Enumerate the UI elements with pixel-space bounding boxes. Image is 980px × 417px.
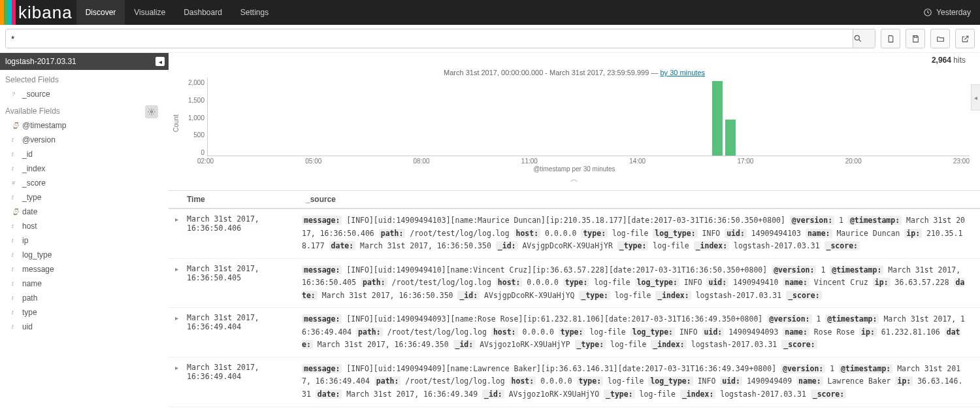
chart-bar[interactable] xyxy=(725,120,736,156)
available-field-logtype[interactable]: tlog_type xyxy=(0,248,169,262)
tab-discover[interactable]: Discover xyxy=(76,0,125,25)
tab-settings[interactable]: Settings xyxy=(231,0,278,25)
available-field-message[interactable]: tmessage xyxy=(0,262,169,276)
sidebar: logstash-2017.03.31 ◂ Selected Fields ?_… xyxy=(0,53,169,407)
row-time: March 31st 2017, 16:36:50.406 xyxy=(184,214,302,253)
clock-icon xyxy=(923,8,932,17)
field-type-icon: ⌚ xyxy=(12,208,18,215)
row-source: message: [INFO][uid:14909494093][name:Ro… xyxy=(302,313,980,352)
row-time: March 31st 2017, 16:36:49.404 xyxy=(184,313,302,352)
tab-dashboard[interactable]: Dashboard xyxy=(174,0,231,25)
selected-field-source[interactable]: ?_source xyxy=(0,87,169,101)
field-type-icon: t xyxy=(12,252,18,258)
logo: kibana xyxy=(0,0,76,25)
expand-row-icon[interactable]: ▸ xyxy=(169,313,184,352)
field-type-icon: t xyxy=(12,295,18,301)
share-button[interactable] xyxy=(955,29,975,48)
row-source: message: [INFO][uid:1490949410][name:Vin… xyxy=(302,264,980,303)
top-navbar: kibana DiscoverVisualizeDashboardSetting… xyxy=(0,0,980,25)
available-field-ip[interactable]: tip xyxy=(0,233,169,248)
field-label: message xyxy=(22,265,54,274)
available-fields-title: Available Fields xyxy=(0,101,169,118)
histogram-chart[interactable]: Count 2,0001,5001,0005000 xyxy=(169,78,980,169)
new-button[interactable] xyxy=(881,29,900,48)
field-label: _index xyxy=(22,164,45,173)
field-type-icon: t xyxy=(12,137,18,143)
file-icon xyxy=(887,35,895,43)
logo-text: kibana xyxy=(18,3,73,23)
row-time: March 31st 2017, 16:36:50.405 xyxy=(184,264,302,303)
available-field-uid[interactable]: tuid xyxy=(0,320,169,334)
field-type-icon: t xyxy=(12,165,18,172)
available-field-name[interactable]: tname xyxy=(0,276,169,291)
timepicker[interactable]: Yesterday xyxy=(936,8,971,17)
field-label: _type xyxy=(22,193,41,202)
table-row: ▸March 31st 2017, 16:36:50.405message: [… xyxy=(169,259,980,309)
table-header: Time _source xyxy=(169,190,980,209)
field-label: uid xyxy=(22,322,33,331)
field-label: _source xyxy=(22,90,50,99)
search-icon xyxy=(853,34,875,43)
available-field-score[interactable]: #_score xyxy=(0,176,169,190)
svg-rect-2 xyxy=(914,35,917,37)
tab-visualize[interactable]: Visualize xyxy=(125,0,174,25)
field-type-icon: t xyxy=(12,237,18,244)
available-field-timestamp[interactable]: ⌚@timestamp xyxy=(0,118,169,133)
available-field-id[interactable]: t_id xyxy=(0,147,169,161)
svg-point-1 xyxy=(855,35,859,40)
interval-link[interactable]: by 30 minutes xyxy=(660,69,704,76)
available-field-version[interactable]: t@version xyxy=(0,133,169,147)
save-button[interactable] xyxy=(906,29,925,48)
index-pattern-label: logstash-2017.03.31 xyxy=(5,57,76,66)
table-row: ▸March 31st 2017, 16:36:49.404message: [… xyxy=(169,358,980,407)
expand-row-icon[interactable]: ▸ xyxy=(169,363,184,401)
chevron-up-icon[interactable]: ︿ xyxy=(169,173,980,190)
search-row xyxy=(0,25,980,53)
field-label: date xyxy=(22,207,37,216)
external-link-icon xyxy=(961,35,970,43)
field-label: log_type xyxy=(22,250,52,259)
expand-row-icon[interactable]: ▸ xyxy=(169,214,184,253)
chart-title: March 31st 2017, 00:00:00.000 - March 31… xyxy=(169,65,980,78)
save-icon xyxy=(911,35,920,43)
chart-bar[interactable] xyxy=(712,81,723,156)
col-source[interactable]: _source xyxy=(302,195,980,204)
expand-row-icon[interactable]: ▸ xyxy=(169,264,184,303)
row-source: message: [INFO][uid:14909494103][name:Ma… xyxy=(302,214,980,253)
available-field-host[interactable]: thost xyxy=(0,219,169,233)
caret-left-icon[interactable]: ◂ xyxy=(155,57,165,66)
field-label: type xyxy=(22,308,37,317)
field-type-icon: t xyxy=(12,309,18,316)
index-pattern-bar[interactable]: logstash-2017.03.31 ◂ xyxy=(0,53,169,70)
field-label: ip xyxy=(22,236,28,245)
field-label: path xyxy=(22,293,37,303)
available-field-index[interactable]: t_index xyxy=(0,161,169,176)
selected-fields-title: Selected Fields xyxy=(0,70,169,87)
field-type-icon: t xyxy=(12,194,18,201)
chart-ylabel: Count xyxy=(171,78,181,169)
query-input[interactable] xyxy=(6,29,853,48)
table-row: ▸March 31st 2017, 16:36:50.406message: [… xyxy=(169,209,980,259)
field-type-icon: ? xyxy=(12,91,18,97)
field-type-icon: t xyxy=(12,266,18,273)
row-source: message: [INFO][uid:1490949409][name:Law… xyxy=(302,363,980,401)
field-label: @timestamp xyxy=(22,121,67,130)
available-field-date[interactable]: ⌚date xyxy=(0,205,169,219)
main-panel: 2,964 hits March 31st 2017, 00:00:00.000… xyxy=(169,53,980,407)
svg-point-3 xyxy=(151,111,153,113)
field-type-icon: t xyxy=(12,223,18,229)
open-button[interactable] xyxy=(930,29,950,48)
folder-open-icon xyxy=(936,35,945,43)
field-label: _id xyxy=(22,150,33,159)
field-type-icon: t xyxy=(12,280,18,287)
col-time[interactable]: Time xyxy=(184,195,302,204)
field-label: _score xyxy=(22,178,46,188)
field-type-icon: t xyxy=(12,151,18,158)
gear-icon[interactable] xyxy=(145,105,158,118)
available-field-type[interactable]: ttype xyxy=(0,305,169,320)
search-button[interactable] xyxy=(853,29,875,48)
table-row: ▸March 31st 2017, 16:36:49.404message: [… xyxy=(169,308,980,358)
available-field-type[interactable]: t_type xyxy=(0,190,169,205)
available-fields-label: Available Fields xyxy=(5,107,60,116)
available-field-path[interactable]: tpath xyxy=(0,291,169,305)
